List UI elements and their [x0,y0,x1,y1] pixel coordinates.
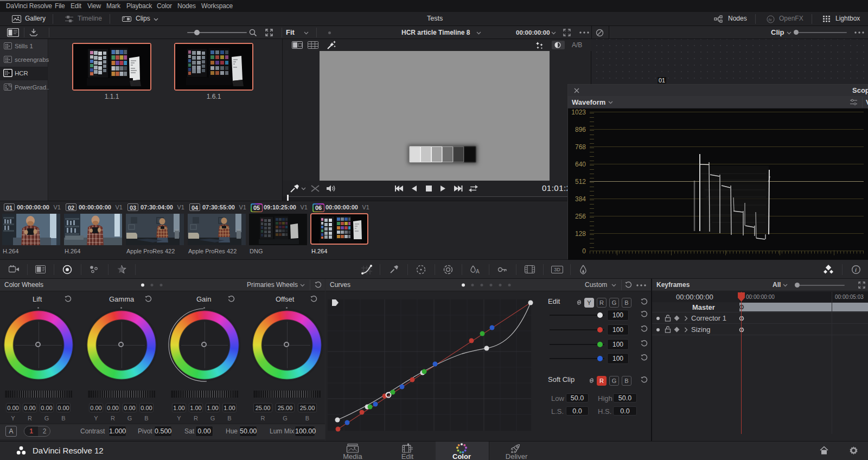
svg-text:i: i [855,266,857,273]
svg-text:256: 256 [575,213,586,220]
svg-text:384: 384 [575,195,586,203]
svg-text:896: 896 [575,126,586,133]
svg-text:640: 640 [575,161,586,168]
svg-text:1023: 1023 [571,108,586,116]
svg-text:fx: fx [769,17,773,22]
svg-text:0: 0 [582,247,586,255]
svg-text:768: 768 [575,143,586,151]
svg-text:512: 512 [575,178,586,186]
svg-text:128: 128 [575,230,586,238]
svg-text:A: A [476,269,480,274]
